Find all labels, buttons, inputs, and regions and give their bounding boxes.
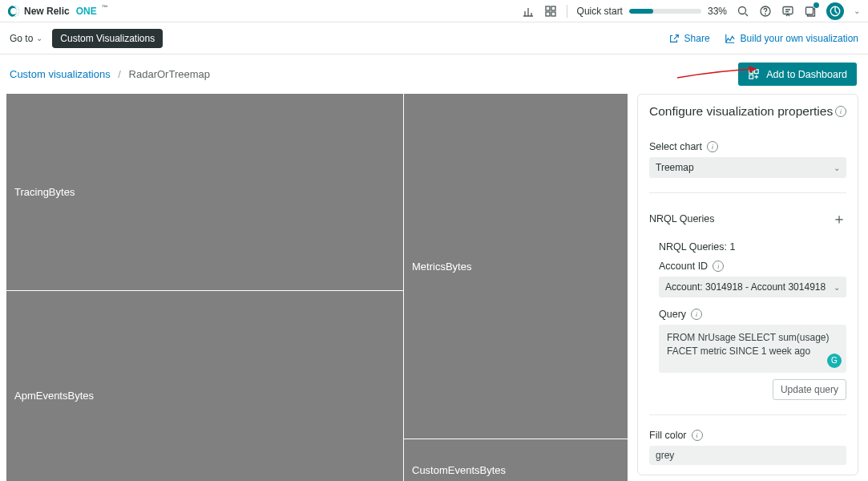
apps-grid-icon[interactable]	[544, 5, 557, 18]
svg-rect-10	[749, 70, 753, 74]
quickstart[interactable]: Quick start 33%	[577, 6, 727, 17]
breadcrumb: Custom visualizations / RadarOrTreemap	[10, 68, 210, 80]
select-chart-dropdown[interactable]: Treemap ⌄	[649, 157, 846, 178]
panel-divider	[649, 414, 846, 415]
crumb-row: Custom visualizations / RadarOrTreemap A…	[0, 55, 868, 94]
svg-rect-1	[551, 6, 555, 10]
panel-info-icon[interactable]: i	[835, 106, 846, 117]
select-chart-label: Select chart i	[649, 141, 846, 152]
nrql-count: NRQL Queries: 1	[659, 241, 846, 253]
config-panel-title: Configure visualization properties	[649, 104, 833, 119]
user-menu-caret-icon[interactable]: ⌄	[854, 6, 860, 15]
svg-point-4	[739, 6, 746, 14]
svg-rect-11	[755, 70, 759, 74]
update-query-button[interactable]: Update query	[773, 379, 846, 400]
quickstart-pct: 33%	[708, 6, 727, 17]
select-chart-label-text: Select chart	[649, 141, 702, 152]
treemap-cell-apm[interactable]: ApmEventsBytes	[6, 291, 403, 481]
user-avatar[interactable]	[826, 2, 844, 20]
build-viz-link[interactable]: Build your own visualization	[725, 33, 858, 44]
goto-dropdown[interactable]: Go to ⌄	[10, 33, 42, 44]
account-id-label: Account ID	[659, 261, 708, 272]
nav-pill-custom-viz[interactable]: Custom Visualizations	[52, 29, 163, 48]
svg-rect-3	[551, 12, 555, 16]
topbar: New Relic ONE ™ Quick start 33%	[0, 0, 868, 22]
bar-chart-icon[interactable]	[522, 5, 535, 18]
account-value: Account: 3014918 - Account 3014918	[665, 281, 826, 293]
treemap-cell-metrics[interactable]: MetricsBytes	[404, 94, 628, 439]
breadcrumb-current: RadarOrTreemap	[129, 68, 210, 80]
chevron-down-icon: ⌄	[834, 283, 840, 292]
select-chart-value: Treemap	[656, 162, 694, 173]
quickstart-progress	[629, 9, 701, 14]
account-dropdown[interactable]: Account: 3014918 - Account 3014918 ⌄	[659, 277, 846, 297]
add-to-dashboard-label: Add to Dashboard	[766, 69, 847, 80]
svg-rect-8	[806, 7, 813, 14]
query-textarea[interactable]: FROM NrUsage SELECT sum(usage) FACET met…	[659, 325, 846, 373]
add-to-dashboard-button[interactable]: Add to Dashboard	[738, 63, 857, 86]
quickstart-progress-fill	[629, 9, 653, 14]
query-text: FROM NrUsage SELECT sum(usage) FACET met…	[667, 332, 830, 357]
topbar-actions: Quick start 33%	[522, 2, 860, 20]
treemap-cell-tracing[interactable]: TracingBytes	[6, 94, 403, 290]
brand-tm: ™	[102, 4, 108, 11]
fill-color-info-icon[interactable]: i	[692, 430, 703, 441]
feedback-icon[interactable]	[781, 5, 794, 18]
fill-color-input[interactable]	[649, 446, 846, 465]
quickstart-label: Quick start	[577, 6, 623, 17]
goto-label: Go to	[10, 33, 33, 44]
svg-rect-7	[783, 6, 793, 14]
svg-rect-12	[749, 75, 753, 79]
query-label: Query	[659, 309, 686, 320]
treemap-chart[interactable]: TracingBytes MetricsBytes ApmEventsBytes…	[6, 94, 628, 475]
svg-rect-0	[546, 6, 550, 10]
panel-divider	[649, 192, 846, 193]
notification-badge	[813, 2, 819, 8]
config-panel: Configure visualization properties i Sel…	[637, 94, 858, 475]
share-label: Share	[684, 33, 710, 44]
svg-point-6	[765, 14, 766, 14]
topbar-divider	[567, 5, 567, 18]
brand-logo-icon	[8, 6, 19, 17]
breadcrumb-sep: /	[113, 68, 126, 80]
search-icon[interactable]	[737, 5, 749, 18]
account-info-icon[interactable]: i	[713, 261, 724, 272]
brand-suffix: ONE	[76, 6, 97, 17]
query-info-icon[interactable]: i	[691, 309, 702, 320]
breadcrumb-root[interactable]: Custom visualizations	[10, 68, 111, 80]
build-viz-label: Build your own visualization	[741, 33, 858, 44]
main: TracingBytes MetricsBytes ApmEventsBytes…	[0, 94, 868, 481]
help-icon[interactable]	[759, 5, 772, 18]
chevron-down-icon: ⌄	[36, 34, 42, 42]
fill-color-label: Fill color	[649, 430, 687, 441]
select-chart-info-icon[interactable]: i	[707, 141, 718, 152]
svg-rect-2	[546, 12, 550, 16]
brand[interactable]: New Relic ONE ™	[8, 6, 108, 17]
treemap-cell-custom[interactable]: CustomEventsBytes	[404, 439, 628, 481]
notifications-icon[interactable]	[804, 5, 817, 18]
grammarly-icon[interactable]: G	[827, 354, 842, 368]
share-link[interactable]: Share	[668, 33, 710, 44]
chevron-down-icon: ⌄	[834, 164, 840, 172]
subbar: Go to ⌄ Custom Visualizations Share Buil…	[0, 22, 868, 55]
fill-color-label-row: Fill color i	[649, 430, 846, 441]
brand-name: New Relic	[24, 6, 70, 17]
add-nrql-query-button[interactable]: ＋	[832, 209, 846, 228]
nrql-heading: NRQL Queries	[649, 213, 715, 224]
